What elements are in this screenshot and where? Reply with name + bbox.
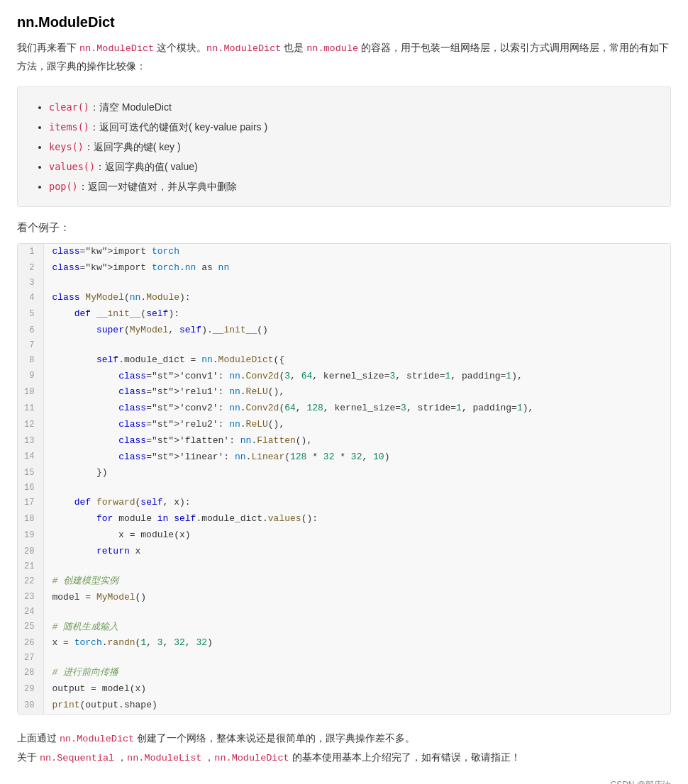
table-row: 3 bbox=[18, 276, 670, 290]
line-number: 17 bbox=[18, 495, 43, 511]
line-code: class="st">'flatten': nn.Flatten(), bbox=[43, 433, 670, 449]
intro-module-dict-2: nn.ModuleDict bbox=[206, 43, 281, 54]
line-number: 11 bbox=[18, 401, 43, 417]
line-number: 14 bbox=[18, 449, 43, 466]
table-row: 23model = MyModel() bbox=[18, 590, 670, 606]
table-row: 26x = torch.randn(1, 3, 32, 32) bbox=[18, 635, 670, 651]
table-row: 14 class="st">'linear': nn.Linear(128 * … bbox=[18, 449, 670, 466]
line-code: x = module(x) bbox=[43, 527, 670, 544]
line-number: 29 bbox=[18, 681, 43, 698]
line-number: 9 bbox=[18, 369, 43, 385]
table-row: 9 class="st">'conv1': nn.Conv2d(3, 64, k… bbox=[18, 369, 670, 385]
line-number: 5 bbox=[18, 306, 43, 323]
method-desc-keys: ：返回字典的键( key ) bbox=[84, 141, 181, 152]
line-code bbox=[43, 276, 670, 290]
line-number: 27 bbox=[18, 651, 43, 665]
line-number: 25 bbox=[18, 620, 43, 636]
table-row: 28# 进行前向传播 bbox=[18, 665, 670, 681]
line-code: class="st">'conv2': nn.Conv2d(64, 128, k… bbox=[43, 401, 670, 417]
intro-text2: 这个模块。 bbox=[154, 42, 206, 53]
intro-text3: 也是 bbox=[281, 42, 306, 53]
methods-list: clear()：清空 ModuleDict items()：返回可迭代的键值对(… bbox=[32, 97, 656, 196]
line-number: 10 bbox=[18, 384, 43, 401]
table-row: 22# 创建模型实例 bbox=[18, 573, 670, 590]
line-code: class="st">'relu2': nn.ReLU(), bbox=[43, 417, 670, 433]
method-name-values: values() bbox=[49, 161, 95, 172]
line-number: 8 bbox=[18, 352, 43, 369]
line-code: class="st">'conv1': nn.Conv2d(3, 64, ker… bbox=[43, 369, 670, 385]
line-number: 23 bbox=[18, 590, 43, 606]
line-number: 1 bbox=[18, 244, 43, 260]
line-code: # 随机生成输入 bbox=[43, 620, 670, 636]
line-code bbox=[43, 339, 670, 352]
line-number: 16 bbox=[18, 481, 43, 495]
table-row: 25# 随机生成输入 bbox=[18, 620, 670, 636]
line-number: 15 bbox=[18, 465, 43, 481]
table-row: 1class="kw">import torch bbox=[18, 244, 670, 260]
line-code: super(MyModel, self).__init__() bbox=[43, 323, 670, 339]
table-row: 7 bbox=[18, 339, 670, 352]
line-code: x = torch.randn(1, 3, 32, 32) bbox=[43, 635, 670, 651]
line-code: self.module_dict = nn.ModuleDict({ bbox=[43, 352, 670, 369]
line-code: class="st">'linear': nn.Linear(128 * 32 … bbox=[43, 449, 670, 466]
page-title: nn.ModuleDict bbox=[17, 14, 671, 30]
line-code: for module in self.module_dict.values(): bbox=[43, 511, 670, 527]
line-number: 4 bbox=[18, 290, 43, 306]
table-row: 12 class="st">'relu2': nn.ReLU(), bbox=[18, 417, 670, 433]
line-code: class="st">'relu1': nn.ReLU(), bbox=[43, 384, 670, 401]
table-row: 27 bbox=[18, 651, 670, 665]
table-row: 24 bbox=[18, 605, 670, 619]
line-code: def forward(self, x): bbox=[43, 495, 670, 511]
line-code: print(output.shape) bbox=[43, 698, 670, 714]
bottom-line-1: 上面通过 nn.ModuleDict 创建了一个网络，整体来说还是很简单的，跟字… bbox=[17, 729, 671, 749]
table-row: 2class="kw">import torch.nn as nn bbox=[18, 260, 670, 276]
line-code: # 进行前向传播 bbox=[43, 665, 670, 681]
table-row: 11 class="st">'conv2': nn.Conv2d(64, 128… bbox=[18, 401, 670, 417]
footer: CSDN @郭庆汝 bbox=[17, 779, 671, 784]
bottom-line-2: 关于 nn.Sequential ，nn.ModuleList ，nn.Modu… bbox=[17, 748, 671, 768]
line-code bbox=[43, 605, 670, 619]
table-row: 5 def __init__(self): bbox=[18, 306, 670, 323]
bottom-text: 上面通过 nn.ModuleDict 创建了一个网络，整体来说还是很简单的，跟字… bbox=[17, 729, 671, 768]
line-number: 21 bbox=[18, 560, 43, 573]
table-row: 18 for module in self.module_dict.values… bbox=[18, 511, 670, 527]
method-name-pop: pop() bbox=[49, 181, 78, 192]
line-number: 28 bbox=[18, 665, 43, 681]
method-name-keys: keys() bbox=[49, 141, 84, 152]
intro-paragraph: 我们再来看下 nn.ModuleDict 这个模块。nn.ModuleDict … bbox=[17, 39, 671, 75]
code-block: 1class="kw">import torch2class="kw">impo… bbox=[17, 243, 671, 714]
table-row: 16 bbox=[18, 481, 670, 495]
line-number: 6 bbox=[18, 323, 43, 339]
intro-nn-module: nn.module bbox=[306, 43, 358, 54]
line-code: output = model(x) bbox=[43, 681, 670, 698]
line-code bbox=[43, 651, 670, 665]
table-row: 6 super(MyModel, self).__init__() bbox=[18, 323, 670, 339]
line-code: class="kw">import torch bbox=[43, 244, 670, 260]
list-item: pop()：返回一对键值对，并从字典中删除 bbox=[49, 177, 656, 196]
list-item: keys()：返回字典的键( key ) bbox=[49, 137, 656, 157]
line-code: class MyModel(nn.Module): bbox=[43, 290, 670, 306]
bottom-nn-moduledict: nn.ModuleDict bbox=[60, 734, 134, 744]
table-row: 19 x = module(x) bbox=[18, 527, 670, 544]
line-number: 24 bbox=[18, 605, 43, 619]
line-code: class="kw">import torch.nn as nn bbox=[43, 260, 670, 276]
line-number: 12 bbox=[18, 417, 43, 433]
line-code bbox=[43, 560, 670, 573]
table-row: 20 return x bbox=[18, 544, 670, 560]
line-number: 3 bbox=[18, 276, 43, 290]
methods-box: clear()：清空 ModuleDict items()：返回可迭代的键值对(… bbox=[17, 86, 671, 207]
bottom-nn-sequential: nn.Sequential bbox=[40, 753, 114, 763]
table-row: 8 self.module_dict = nn.ModuleDict({ bbox=[18, 352, 670, 369]
method-name-clear: clear() bbox=[49, 101, 89, 113]
line-number: 18 bbox=[18, 511, 43, 527]
line-number: 30 bbox=[18, 698, 43, 714]
list-item: items()：返回可迭代的键值对( key-value pairs ) bbox=[49, 117, 656, 137]
example-label: 看个例子： bbox=[17, 221, 671, 235]
method-desc-clear: ：清空 ModuleDict bbox=[89, 101, 172, 113]
line-code: return x bbox=[43, 544, 670, 560]
table-row: 4class MyModel(nn.Module): bbox=[18, 290, 670, 306]
table-row: 21 bbox=[18, 560, 670, 573]
line-number: 2 bbox=[18, 260, 43, 276]
line-number: 7 bbox=[18, 339, 43, 352]
method-desc-values: ：返回字典的值( value) bbox=[95, 161, 198, 172]
